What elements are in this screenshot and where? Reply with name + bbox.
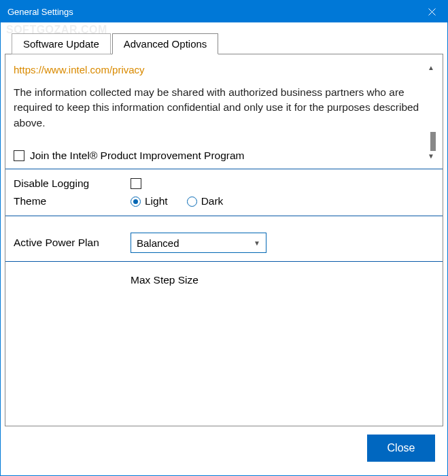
theme-label: Theme xyxy=(14,195,131,207)
chevron-down-icon: ▼ xyxy=(254,239,260,247)
titlebar: General Settings xyxy=(1,1,447,22)
settings-window: General Settings SOFTGOZAR.COM Software … xyxy=(0,0,448,476)
disable-logging-label: Disable Logging xyxy=(14,177,131,190)
tab-software-update[interactable]: Software Update xyxy=(12,33,111,54)
theme-light-option[interactable]: Light xyxy=(131,195,168,207)
disable-logging-checkbox[interactable] xyxy=(131,178,141,189)
theme-light-label: Light xyxy=(145,195,168,207)
power-plan-row: Active Power Plan Balanced ▼ xyxy=(14,230,434,256)
power-plan-dropdown[interactable]: Balanced ▼ xyxy=(131,233,266,253)
max-step-size-label: Max Step Size xyxy=(131,274,434,286)
scroll-thumb[interactable] xyxy=(430,132,436,151)
tab-container: Software Update Advanced Options ▲ ▼ htt… xyxy=(5,33,443,426)
footer: Close xyxy=(5,426,443,470)
tab-label: Advanced Options xyxy=(124,38,207,50)
scroll-up-arrow[interactable]: ▲ xyxy=(428,64,434,71)
join-program-checkbox[interactable] xyxy=(14,150,24,161)
tab-panel-advanced: ▲ ▼ https://www.intel.com/privacy The in… xyxy=(5,54,443,426)
theme-radio-group: Light Dark xyxy=(131,195,223,207)
window-close-button[interactable] xyxy=(416,1,447,22)
theme-row: Theme Light Dark xyxy=(14,192,434,210)
theme-dark-radio[interactable] xyxy=(187,197,197,207)
window-content: SOFTGOZAR.COM Software Update Advanced O… xyxy=(1,22,447,475)
scrollable-info-area: ▲ ▼ https://www.intel.com/privacy The in… xyxy=(14,64,434,148)
theme-dark-option[interactable]: Dark xyxy=(187,195,224,207)
disable-logging-row: Disable Logging xyxy=(14,175,434,192)
theme-light-radio[interactable] xyxy=(131,197,141,207)
tab-advanced-options[interactable]: Advanced Options xyxy=(112,33,219,54)
section-divider xyxy=(5,261,443,262)
window-title: General Settings xyxy=(7,7,73,17)
tabs-row: Software Update Advanced Options xyxy=(12,33,443,54)
power-plan-value: Balanced xyxy=(137,237,179,249)
join-program-label: Join the Intel® Product Improvement Prog… xyxy=(30,150,245,162)
section-divider xyxy=(5,216,443,216)
tab-label: Software Update xyxy=(23,38,99,50)
section-divider xyxy=(5,169,443,169)
join-program-row: Join the Intel® Product Improvement Prog… xyxy=(14,148,434,163)
privacy-link[interactable]: https://www.intel.com/privacy xyxy=(14,64,145,75)
scroll-down-arrow[interactable]: ▼ xyxy=(428,152,434,160)
close-icon xyxy=(428,8,436,16)
power-plan-label: Active Power Plan xyxy=(14,237,131,249)
theme-dark-label: Dark xyxy=(201,195,224,207)
info-paragraph: The information collected may be shared … xyxy=(14,85,422,131)
close-button[interactable]: Close xyxy=(367,435,435,462)
